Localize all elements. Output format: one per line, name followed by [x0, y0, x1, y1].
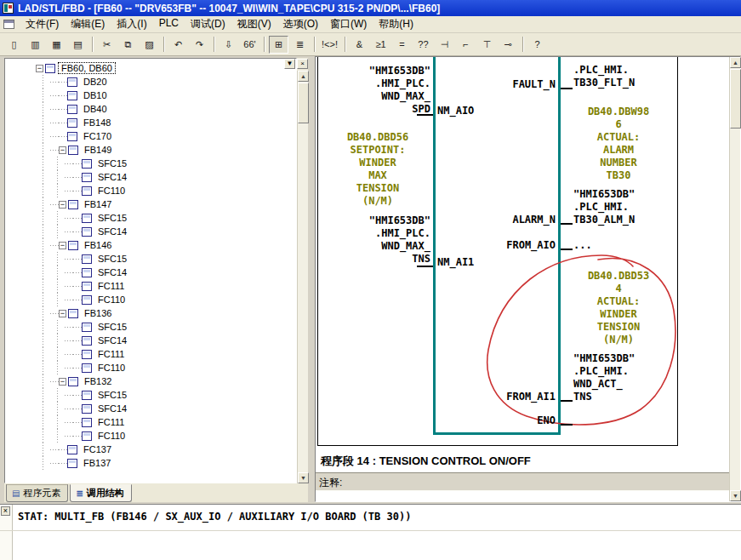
- tree-item-fc110[interactable]: FC110: [36, 184, 294, 197]
- tree-item-db40[interactable]: DB40: [36, 102, 294, 116]
- scroll-up-icon[interactable]: ▲: [730, 57, 741, 68]
- help-button[interactable]: ?: [527, 36, 547, 54]
- child-window-icon[interactable]: [3, 20, 14, 29]
- operand-wnd-max-spd[interactable]: "HMI653DB" .HMI_PLC. WND_MAX_ SPD: [316, 65, 430, 116]
- redo-button[interactable]: ↷: [190, 36, 209, 54]
- tree-item-label: FB149: [81, 144, 115, 156]
- collapse-icon[interactable]: −: [36, 65, 43, 72]
- tree-item-fb137[interactable]: FB137: [36, 456, 294, 470]
- cut-button[interactable]: ✂: [97, 36, 117, 54]
- tab-program-elements[interactable]: ▤ 程序元素: [6, 484, 68, 502]
- tree-item-fc111[interactable]: FC111: [36, 347, 294, 361]
- tree-item-label: FC110: [94, 294, 128, 306]
- print-button[interactable]: ▤: [68, 36, 88, 54]
- network-title-text: TENSION CONTROL ON/OFF: [379, 454, 531, 467]
- or-box-button[interactable]: ≥1: [371, 36, 390, 54]
- tree-item-sfc14[interactable]: SFC14: [36, 334, 294, 347]
- menu-window[interactable]: 窗口(W): [324, 15, 373, 33]
- collapse-icon[interactable]: −: [59, 378, 66, 386]
- collapse-icon[interactable]: −: [59, 242, 66, 249]
- operand-wnd-max-tns[interactable]: "HMI653DB" .HMI_PLC. WND_MAX_ TNS: [316, 214, 430, 266]
- tree-item-fb60-db60[interactable]: −FB60, DB60: [36, 61, 294, 75]
- monitor-glasses-button[interactable]: 66': [240, 36, 259, 54]
- tree-item-fc110[interactable]: FC110: [36, 361, 294, 374]
- tree-item-fc111[interactable]: FC111: [36, 415, 294, 429]
- tree-item-fb149[interactable]: −FB149: [36, 143, 294, 157]
- fbd-canvas[interactable]: 程序段 14 : TENSION CONTROL ON/OFF 注释: "HMI…: [316, 57, 729, 501]
- operand-tb30-flt-n[interactable]: .PLC_HMI. TB30_FLT_N: [573, 64, 675, 89]
- and-box-button[interactable]: &: [350, 36, 369, 54]
- panel-close-button[interactable]: ×: [297, 59, 308, 69]
- tree-item-sfc14[interactable]: SFC14: [36, 225, 294, 238]
- scrollbar-thumb[interactable]: [298, 83, 309, 123]
- network-comment[interactable]: 注释:: [316, 472, 729, 491]
- tree-item-fc110[interactable]: FC110: [36, 429, 294, 443]
- operand-tb30-alm-n[interactable]: "HMI653DB" .PLC_HMI. TB30_ALM_N: [573, 188, 675, 226]
- collapse-icon[interactable]: −: [59, 310, 66, 317]
- tree-item-db10[interactable]: DB10: [36, 89, 294, 102]
- tab-call-structure[interactable]: ≣ 调用结构: [70, 484, 131, 502]
- tree-item-sfc15[interactable]: SFC15: [36, 157, 294, 170]
- operand-wnd-act-tns[interactable]: "HMI653DB" .PLC_HMI. WND_ACT_ TNS: [573, 352, 675, 403]
- assign-box-button[interactable]: =: [392, 36, 412, 54]
- negate-input-button[interactable]: ⌐: [456, 36, 476, 54]
- app-icon[interactable]: [3, 3, 14, 14]
- network-title[interactable]: 程序段 14 : TENSION CONTROL ON/OFF: [321, 454, 531, 469]
- scrollbar-thumb[interactable]: [730, 69, 741, 129]
- collapse-icon[interactable]: −: [59, 146, 66, 154]
- panel-menu-button[interactable]: ▼: [284, 59, 295, 69]
- scroll-down-icon[interactable]: ▼: [730, 490, 741, 501]
- menu-insert[interactable]: 插入(I): [111, 15, 152, 33]
- scroll-down-icon[interactable]: ▼: [298, 472, 309, 483]
- program-elements-catalog-button[interactable]: ⊞: [269, 36, 288, 54]
- tree-item-fb146[interactable]: −FB146: [36, 238, 294, 252]
- tree-item-fc170[interactable]: FC170: [36, 129, 294, 143]
- menu-file[interactable]: 文件(F): [20, 15, 65, 33]
- branch-button[interactable]: ⊤: [477, 36, 497, 54]
- tree-item-label: FC110: [94, 185, 128, 197]
- tree-item-fc137[interactable]: FC137: [36, 443, 294, 456]
- menu-help[interactable]: 帮助(H): [373, 15, 419, 33]
- tree-item-sfc15[interactable]: SFC15: [36, 388, 294, 402]
- empty-box-button[interactable]: ??: [413, 36, 433, 54]
- collapse-icon[interactable]: −: [59, 201, 66, 209]
- close-icon[interactable]: ×: [1, 506, 10, 516]
- tree-item-sfc15[interactable]: SFC15: [36, 320, 294, 334]
- tree-item-db20[interactable]: DB20: [36, 75, 294, 89]
- overview-tabs: ▤ 程序元素 ≣ 调用结构: [6, 484, 132, 502]
- connector-button[interactable]: ⊸: [499, 36, 518, 54]
- copy-button[interactable]: ⧉: [118, 36, 138, 54]
- tree-scrollbar[interactable]: ▲ ▼: [297, 71, 308, 483]
- symbol-comment-alarm-number: DB40.DBW98 6 ACTUAL: ALARM NUMBER TB30: [567, 106, 670, 182]
- detail-window-button[interactable]: ≣: [290, 36, 310, 54]
- undo-button[interactable]: ↶: [168, 36, 188, 54]
- open-button[interactable]: ▥: [26, 36, 45, 54]
- scroll-up-icon[interactable]: ▲: [298, 71, 309, 82]
- menu-edit[interactable]: 编辑(E): [65, 15, 111, 33]
- tree-item-fb132[interactable]: −FB132: [36, 374, 294, 388]
- pin-wire: [417, 266, 433, 267]
- tree-item-fc111[interactable]: FC111: [36, 279, 294, 293]
- tree-item-fc110[interactable]: FC110: [36, 293, 294, 306]
- new-button[interactable]: ▯: [4, 36, 24, 54]
- tree-item-sfc15[interactable]: SFC15: [36, 252, 294, 266]
- menu-debug[interactable]: 调试(D): [185, 15, 231, 33]
- menu-options[interactable]: 选项(O): [277, 15, 324, 33]
- tree-item-fb147[interactable]: −FB147: [36, 197, 294, 211]
- editor-scrollbar[interactable]: ▲ ▼: [729, 57, 740, 501]
- tree-item-sfc14[interactable]: SFC14: [36, 402, 294, 415]
- tree-item-sfc14[interactable]: SFC14: [36, 266, 294, 279]
- address-monitor-button[interactable]: !<>!: [319, 36, 340, 54]
- save-button[interactable]: ▦: [47, 36, 66, 54]
- tree-item-fb148[interactable]: FB148: [36, 116, 294, 129]
- tree-item-sfc14[interactable]: SFC14: [36, 170, 294, 184]
- menu-plc[interactable]: PLC: [153, 15, 185, 33]
- paste-button[interactable]: ▨: [140, 36, 159, 54]
- tree-item-fb136[interactable]: −FB136: [36, 306, 294, 320]
- output-unconnected[interactable]: ...: [573, 239, 675, 252]
- tree-item-sfc15[interactable]: SFC15: [36, 211, 294, 225]
- tree-item-label: DB20: [80, 76, 111, 88]
- binary-input-button[interactable]: ⊣: [435, 36, 454, 54]
- download-button[interactable]: ⇩: [219, 36, 238, 54]
- menu-view[interactable]: 视图(V): [231, 15, 277, 33]
